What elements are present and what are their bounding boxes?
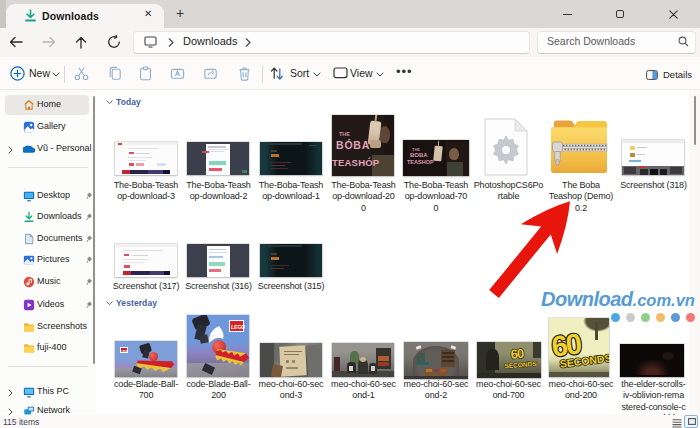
svg-text:SECONDS: SECONDS	[504, 360, 537, 369]
svg-text:60: 60	[510, 346, 524, 362]
svg-text:LEGO: LEGO	[121, 349, 129, 353]
svg-text:LEGO: LEGO	[231, 324, 245, 330]
